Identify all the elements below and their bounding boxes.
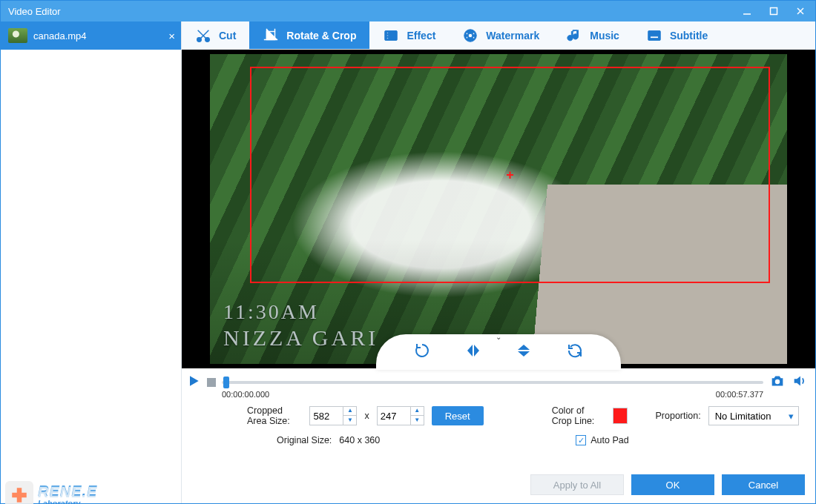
- minimize-button[interactable]: [734, 1, 760, 21]
- crop-color-swatch[interactable]: [613, 408, 628, 424]
- svg-rect-18: [650, 36, 658, 38]
- crop-rectangle[interactable]: +: [250, 67, 769, 284]
- title-bar: Video Editor: [1, 1, 815, 21]
- tab-subtitle[interactable]: Subtitle: [633, 21, 721, 49]
- main-panel: Cut Rotate & Crop Effect Watermark Music: [182, 21, 815, 503]
- crop-width-spinner[interactable]: ▲▼: [343, 407, 356, 425]
- svg-point-9: [387, 35, 389, 36]
- crop-center-icon: +: [505, 170, 516, 180]
- file-tab[interactable]: canada.mp4 ×: [1, 21, 181, 50]
- tab-cut[interactable]: Cut: [182, 21, 249, 49]
- overlay-time-text: 11:30AM: [223, 300, 319, 324]
- flip-vertical-button[interactable]: [515, 342, 533, 362]
- stop-button[interactable]: [207, 378, 216, 387]
- svg-point-13: [467, 33, 468, 34]
- tab-subtitle-label: Subtitle: [670, 30, 708, 42]
- preview-area: 11:30AM NIZZA GARI + ⌄: [182, 50, 815, 368]
- window-title: Video Editor: [8, 6, 734, 17]
- file-thumbnail: [8, 28, 27, 43]
- svg-point-16: [473, 36, 475, 38]
- brand-logo: RENE.E Laboratory: [5, 481, 97, 504]
- chevron-down-icon: ▾: [789, 411, 794, 422]
- video-frame[interactable]: 11:30AM NIZZA GARI +: [210, 54, 787, 364]
- crop-height-field[interactable]: [378, 411, 410, 422]
- svg-point-19: [775, 379, 780, 384]
- footer-buttons: Apply to All OK Cancel: [182, 466, 815, 503]
- proportion-value: No Limitation: [715, 411, 771, 422]
- proportion-label: Proportion:: [656, 411, 701, 421]
- overlay-place-text: NIZZA GARI: [223, 325, 378, 351]
- file-close-icon[interactable]: ×: [168, 30, 175, 42]
- rotate-cw-button[interactable]: [413, 342, 431, 362]
- transform-dock: ⌄: [376, 334, 621, 370]
- close-button[interactable]: [787, 1, 814, 21]
- seek-track[interactable]: 00:00:00.000 00:00:57.377: [222, 377, 763, 388]
- crop-color-label: Color of Crop Line:: [552, 405, 605, 426]
- flip-horizontal-button[interactable]: [464, 342, 482, 362]
- tool-tabs: Cut Rotate & Crop Effect Watermark Music: [182, 21, 815, 50]
- current-time: 00:00:00.000: [222, 390, 281, 399]
- svg-rect-17: [648, 30, 661, 40]
- original-size-value: 640 x 360: [339, 435, 380, 445]
- apply-to-all-button[interactable]: Apply to All: [530, 474, 624, 495]
- tab-rotate-crop-label: Rotate & Crop: [286, 30, 356, 42]
- reset-crop-button[interactable]: Reset: [432, 406, 484, 425]
- svg-point-10: [387, 37, 389, 39]
- proportion-select[interactable]: No Limitation ▾: [708, 406, 799, 425]
- svg-point-12: [469, 33, 473, 38]
- seek-knob[interactable]: [223, 377, 229, 388]
- volume-button[interactable]: [792, 373, 808, 392]
- tab-effect-label: Effect: [407, 30, 435, 42]
- seek-line: [222, 381, 763, 384]
- tab-rotate-crop[interactable]: Rotate & Crop: [249, 21, 369, 49]
- tab-music[interactable]: Music: [553, 21, 633, 49]
- svg-point-14: [473, 33, 475, 34]
- tab-watermark-label: Watermark: [486, 30, 539, 42]
- original-size-label: Original Size:: [277, 435, 332, 445]
- timeline-bar: 00:00:00.000 00:00:57.377: [182, 368, 815, 397]
- snapshot-button[interactable]: [769, 373, 786, 392]
- cropped-size-label: Cropped Area Size:: [247, 405, 302, 426]
- tab-watermark[interactable]: Watermark: [449, 21, 553, 49]
- ok-button[interactable]: OK: [631, 474, 714, 495]
- brand-mark-icon: [5, 481, 33, 504]
- svg-rect-1: [771, 8, 777, 15]
- brand-text-1: RENE.E: [38, 483, 97, 498]
- by-label: x: [364, 411, 369, 421]
- crop-width-input[interactable]: ▲▼: [309, 406, 357, 425]
- crop-settings: Cropped Area Size: ▲▼ x ▲▼ Reset Color o…: [182, 397, 815, 445]
- checkbox-icon: ✓: [576, 435, 586, 445]
- play-button[interactable]: [186, 374, 201, 391]
- total-time: 00:00:57.377: [704, 390, 763, 399]
- auto-pad-label: Auto Pad: [590, 435, 628, 445]
- crop-width-field[interactable]: [310, 411, 343, 422]
- svg-point-8: [387, 32, 389, 33]
- maximize-button[interactable]: [760, 1, 787, 21]
- crop-height-input[interactable]: ▲▼: [377, 406, 424, 425]
- svg-point-15: [467, 36, 468, 38]
- sidebar: canada.mp4 × RENE.E Laboratory: [1, 21, 182, 503]
- dock-collapse-icon[interactable]: ⌄: [496, 333, 501, 341]
- app-window: Video Editor canada.mp4 × RENE.: [0, 0, 816, 504]
- brand-text-2: Laboratory: [38, 500, 97, 505]
- cancel-button[interactable]: Cancel: [722, 474, 805, 495]
- tab-effect[interactable]: Effect: [369, 21, 449, 49]
- auto-pad-checkbox[interactable]: ✓ Auto Pad: [576, 435, 628, 445]
- tab-music-label: Music: [590, 30, 619, 42]
- tab-cut-label: Cut: [219, 30, 236, 42]
- reset-transform-button[interactable]: [566, 342, 584, 362]
- file-name: canada.mp4: [33, 30, 87, 42]
- crop-height-spinner[interactable]: ▲▼: [410, 407, 424, 425]
